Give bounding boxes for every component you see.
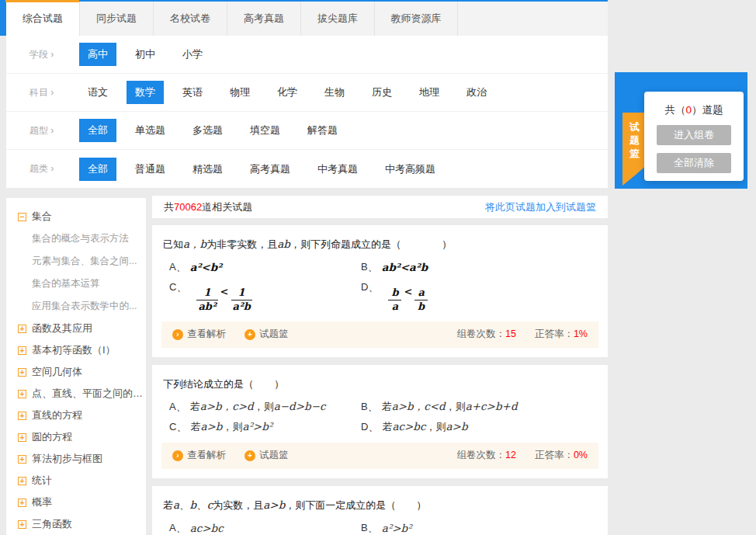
filter-chip[interactable]: 全部 bbox=[79, 119, 116, 142]
basket-count: 共（0）道题 bbox=[644, 103, 744, 117]
top-tab[interactable]: 同步试题 bbox=[80, 2, 154, 36]
sidebar-item-label: 概率 bbox=[32, 495, 52, 509]
question-title: 下列结论成立的是（ ） bbox=[161, 374, 598, 400]
filter-chip[interactable]: 英语 bbox=[174, 81, 211, 104]
filter-chip[interactable]: 中考真题 bbox=[309, 158, 366, 181]
option-b: B、 a²>b² bbox=[361, 521, 598, 535]
filter-chip[interactable]: 数学 bbox=[127, 81, 164, 104]
sidebar-item[interactable]: 应用集合表示数学中的... bbox=[6, 295, 146, 318]
tree-toggle-icon[interactable]: + bbox=[18, 455, 26, 464]
sidebar-item-label: 元素与集合、集合之间... bbox=[32, 255, 137, 268]
filter-chip[interactable]: 高考真题 bbox=[241, 158, 299, 181]
filter-chip[interactable]: 语文 bbox=[79, 81, 116, 104]
math-formula: ac>bc bbox=[190, 522, 224, 534]
filter-chip[interactable]: 单选题 bbox=[127, 119, 174, 142]
sidebar-item-label: 圆的方程 bbox=[32, 430, 72, 444]
filter-chip[interactable]: 普通题 bbox=[127, 158, 174, 181]
question-card: 已知a，b为非零实数，且ab，则下列命题成立的是（ ） A、 a²<b² B、 … bbox=[152, 225, 608, 357]
sidebar-item-label: 三角函数 bbox=[32, 517, 72, 531]
tree-toggle-icon[interactable]: + bbox=[18, 433, 26, 442]
view-analysis-icon: › bbox=[172, 329, 183, 340]
filter-label-qclass: 题类 › bbox=[29, 162, 79, 175]
sidebar-item[interactable]: + 基本初等函数（I） bbox=[6, 339, 146, 361]
sidebar-item[interactable]: 元素与集合、集合之间... bbox=[6, 250, 146, 273]
add-page-to-basket-link[interactable]: 将此页试题加入到试题篮 bbox=[485, 200, 596, 214]
tree-toggle-icon[interactable]: + bbox=[18, 499, 26, 507]
add-to-basket-link[interactable]: + 试题篮 bbox=[244, 449, 289, 462]
sidebar-item[interactable]: + 直线的方程 bbox=[6, 405, 146, 426]
filter-chip[interactable]: 化学 bbox=[269, 81, 306, 104]
filter-chip[interactable]: 填空题 bbox=[241, 119, 289, 142]
correct-rate: 正答率：1% bbox=[535, 328, 588, 341]
sidebar-item[interactable]: + 函数及其应用 bbox=[6, 318, 146, 339]
basket-ribbon-tab[interactable]: 试题篮 bbox=[622, 113, 647, 186]
sidebar-item-label: 应用集合表示数学中的... bbox=[32, 300, 137, 313]
option-c: C、 若a>b，则a²>b² bbox=[169, 420, 361, 434]
option-b: B、 若a>b，c<d，则a+c>b+d bbox=[361, 400, 598, 414]
filter-chip[interactable]: 小学 bbox=[174, 43, 211, 66]
top-tab[interactable]: 名校试卷 bbox=[154, 2, 227, 36]
correct-rate: 正答率：0% bbox=[535, 449, 588, 462]
tree-toggle-icon[interactable]: + bbox=[18, 325, 26, 333]
sidebar-item[interactable]: 集合的概念与表示方法 bbox=[6, 228, 146, 250]
sidebar-item-label: 直线的方程 bbox=[32, 408, 82, 422]
sidebar-item[interactable]: + 算法初步与框图 bbox=[6, 448, 146, 470]
sidebar-item-label: 算法初步与框图 bbox=[32, 452, 102, 466]
sidebar-item[interactable]: − 集合 bbox=[6, 206, 146, 228]
filter-chip[interactable]: 多选题 bbox=[184, 119, 231, 142]
top-tab[interactable]: 拔尖题库 bbox=[301, 2, 375, 36]
add-to-basket-link[interactable]: + 试题篮 bbox=[244, 328, 289, 341]
filter-chip[interactable]: 地理 bbox=[411, 81, 448, 104]
sidebar-item[interactable]: + 圆的方程 bbox=[6, 426, 146, 448]
sidebar-item[interactable]: + 统计 bbox=[6, 470, 146, 492]
basket-widget: 试题篮 共（0）道题 进入组卷 全部清除 bbox=[615, 72, 747, 189]
filter-chip[interactable]: 初中 bbox=[127, 43, 164, 66]
question-title: 已知a，b为非零实数，且ab，则下列命题成立的是（ ） bbox=[161, 234, 598, 260]
sidebar-item[interactable]: 集合的基本运算 bbox=[6, 273, 146, 295]
filter-chip[interactable]: 物理 bbox=[221, 81, 258, 104]
sidebar-item[interactable]: + 概率 bbox=[6, 492, 146, 513]
view-analysis-icon: › bbox=[172, 450, 183, 461]
question-list: 共70062道相关试题 将此页试题加入到试题篮 已知a，b为非零实数，且ab，则… bbox=[152, 196, 608, 535]
question-stats: 组卷次数：15 正答率：1% bbox=[457, 328, 588, 341]
tree-toggle-icon[interactable]: + bbox=[18, 368, 26, 377]
sidebar-item-label: 点、直线、平面之间的位... bbox=[32, 387, 143, 401]
filter-chip[interactable]: 高中 bbox=[79, 43, 116, 66]
top-tab[interactable]: 教师资源库 bbox=[375, 2, 458, 36]
enter-paper-builder-button[interactable]: 进入组卷 bbox=[657, 125, 731, 145]
top-tab[interactable]: 高考真题 bbox=[227, 2, 301, 36]
tree-toggle-icon[interactable]: + bbox=[18, 520, 26, 529]
option-d: D、 若ac>bc，则a>b bbox=[361, 420, 598, 434]
filter-chip[interactable]: 精选题 bbox=[184, 158, 231, 181]
add-icon: + bbox=[244, 450, 255, 461]
filter-row-stage: 学段 › 高中初中小学 bbox=[6, 36, 608, 74]
tree-toggle-icon[interactable]: − bbox=[18, 213, 26, 221]
sidebar-item[interactable]: + 空间几何体 bbox=[6, 361, 146, 383]
tree-toggle-icon[interactable]: + bbox=[18, 346, 26, 355]
sidebar-item-label: 基本初等函数（I） bbox=[32, 343, 116, 357]
clear-all-button[interactable]: 全部清除 bbox=[657, 153, 731, 173]
question-card: 下列结论成立的是（ ） A、 若a>b，c>d，则a−d>b−c B、 若a>b… bbox=[152, 365, 608, 478]
filter-chip[interactable]: 中考高频题 bbox=[376, 158, 444, 181]
question-footer: › 查看解析 + 试题篮 组卷次数：12 正答率：0% bbox=[161, 443, 598, 469]
filter-label-stage: 学段 › bbox=[29, 48, 79, 61]
filter-chip[interactable]: 解答题 bbox=[299, 119, 346, 142]
qclass-chips: 全部普通题精选题高考真题中考真题中考高频题 bbox=[79, 158, 454, 181]
math-formula: ab²<a²b bbox=[382, 261, 428, 273]
sidebar-item[interactable]: + 三角函数 bbox=[6, 513, 146, 535]
tree-toggle-icon[interactable]: + bbox=[18, 477, 26, 485]
filter-panel: 学段 › 高中初中小学 科目 › 语文数学英语物理化学生物历史地理政治 题型 ›… bbox=[6, 36, 608, 188]
sidebar-item[interactable]: + 点、直线、平面之间的位... bbox=[6, 383, 146, 405]
tree-toggle-icon[interactable]: + bbox=[18, 390, 26, 398]
math-formula: ba<ab bbox=[388, 287, 427, 313]
filter-chip[interactable]: 政治 bbox=[458, 81, 495, 104]
top-tab[interactable]: 综合试题 bbox=[6, 2, 80, 36]
filter-chip[interactable]: 全部 bbox=[79, 158, 116, 181]
filter-chip[interactable]: 历史 bbox=[363, 81, 401, 104]
basket-count-number: 0 bbox=[685, 104, 692, 116]
tree-toggle-icon[interactable]: + bbox=[18, 412, 26, 420]
view-analysis-link[interactable]: › 查看解析 bbox=[172, 449, 226, 462]
view-analysis-link[interactable]: › 查看解析 bbox=[172, 328, 226, 341]
filter-chip[interactable]: 生物 bbox=[316, 81, 353, 104]
option-a: A、 ac>bc bbox=[169, 521, 361, 535]
